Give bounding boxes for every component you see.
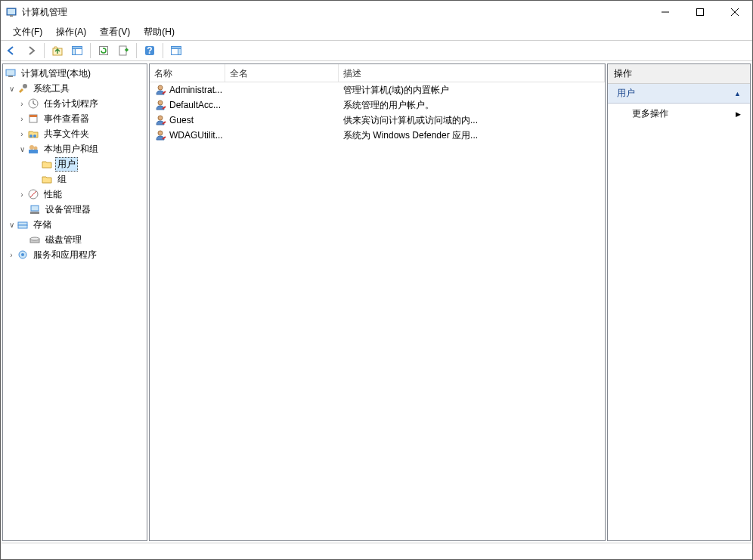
toolbar: ?: [1, 40, 752, 61]
actions-header: 操作: [608, 64, 750, 84]
show-hide-tree-button[interactable]: [68, 42, 86, 60]
main-body: 计算机管理(本地) ∨ 系统工具 › 任务计划程序 › 事件查看器 › 共享文件…: [1, 61, 752, 543]
svg-point-38: [21, 253, 24, 256]
tree-pane: 计算机管理(本地) ∨ 系统工具 › 任务计划程序 › 事件查看器 › 共享文件…: [2, 63, 147, 541]
collapse-icon[interactable]: ∨: [6, 85, 17, 93]
expand-icon[interactable]: ›: [17, 100, 27, 108]
user-icon: [154, 84, 166, 96]
svg-point-24: [29, 135, 33, 138]
statusbar: [1, 543, 752, 559]
user-icon: [154, 114, 166, 126]
folder-icon: [41, 158, 53, 170]
svg-point-39: [158, 85, 163, 90]
expand-icon[interactable]: ›: [17, 130, 27, 138]
svg-point-40: [158, 101, 163, 105]
actions-context[interactable]: 用户 ▲: [608, 84, 750, 104]
titlebar: 计算机管理: [1, 1, 752, 23]
app-icon: [5, 6, 17, 18]
user-name: Guest: [169, 115, 194, 125]
clock-icon: [27, 97, 39, 110]
svg-rect-28: [29, 150, 38, 153]
user-name: WDAGUtilit...: [169, 130, 223, 141]
tree-performance[interactable]: › 性能: [3, 187, 147, 202]
svg-point-26: [29, 145, 34, 150]
svg-rect-11: [100, 47, 108, 55]
tree-disk-management[interactable]: 磁盘管理: [3, 232, 147, 247]
performance-icon: [27, 188, 39, 200]
svg-rect-18: [6, 70, 15, 76]
expand-icon[interactable]: ›: [6, 251, 17, 259]
col-name[interactable]: 名称: [150, 64, 225, 82]
svg-point-20: [23, 84, 27, 88]
tree-services-apps[interactable]: › 服务和应用程序: [3, 247, 147, 262]
svg-text:?: ?: [147, 45, 152, 56]
actions-more[interactable]: 更多操作 ▶: [608, 104, 750, 124]
list-pane: 名称 全名 描述 Administrat...管理计算机(域)的内置帐户Defa…: [149, 63, 606, 541]
svg-rect-17: [178, 49, 181, 55]
menubar: 文件(F) 操作(A) 查看(V) 帮助(H): [1, 23, 752, 40]
user-icon: [154, 129, 166, 141]
tree-root[interactable]: 计算机管理(本地): [3, 66, 147, 81]
svg-rect-10: [73, 49, 76, 55]
minimize-button[interactable]: [648, 1, 683, 23]
forward-button[interactable]: [22, 42, 40, 60]
svg-rect-4: [697, 9, 704, 16]
storage-icon: [17, 218, 29, 230]
user-description: 管理计算机(域)的内置帐户: [339, 84, 605, 97]
svg-rect-33: [18, 222, 27, 225]
users-groups-icon: [27, 143, 39, 155]
list-row[interactable]: Guest供来宾访问计算机或访问域的内...: [150, 113, 605, 128]
menu-file[interactable]: 文件(F): [7, 24, 48, 40]
help-button[interactable]: ?: [141, 42, 159, 60]
back-button[interactable]: [2, 42, 20, 60]
tree-system-tools[interactable]: ∨ 系统工具: [3, 81, 147, 96]
svg-rect-2: [10, 15, 13, 17]
col-fullname[interactable]: 全名: [225, 64, 339, 82]
user-description: 系统管理的用户帐户。: [339, 99, 605, 112]
device-icon: [29, 203, 41, 215]
refresh-button[interactable]: [95, 42, 113, 60]
tree-groups[interactable]: 组: [3, 172, 147, 187]
svg-point-36: [30, 237, 39, 240]
list-header: 名称 全名 描述: [150, 64, 605, 82]
svg-point-25: [33, 135, 36, 138]
close-button[interactable]: [717, 1, 752, 23]
user-name: Administrat...: [169, 85, 222, 95]
collapse-icon[interactable]: ∨: [17, 145, 27, 153]
tree-task-scheduler[interactable]: › 任务计划程序: [3, 96, 147, 111]
list-row[interactable]: DefaultAcc...系统管理的用户帐户。: [150, 97, 605, 113]
actions-context-label: 用户: [617, 87, 635, 100]
tree-users[interactable]: 用户: [3, 156, 147, 172]
list-row[interactable]: Administrat...管理计算机(域)的内置帐户: [150, 82, 605, 97]
menu-action[interactable]: 操作(A): [50, 24, 92, 40]
expand-icon[interactable]: ›: [17, 115, 27, 123]
tools-icon: [17, 82, 29, 94]
window-title: 计算机管理: [22, 6, 648, 19]
svg-point-42: [158, 131, 163, 135]
disk-icon: [29, 234, 41, 246]
show-hide-action-pane-button[interactable]: [167, 42, 185, 60]
chevron-right-icon: ▶: [736, 110, 741, 118]
services-icon: [17, 249, 29, 261]
tree-local-users-groups[interactable]: ∨ 本地用户和组: [3, 141, 147, 156]
tree-shared-folders[interactable]: › 共享文件夹: [3, 126, 147, 141]
list-body[interactable]: Administrat...管理计算机(域)的内置帐户DefaultAcc...…: [150, 82, 605, 540]
svg-rect-1: [8, 9, 15, 14]
collapse-icon[interactable]: ∨: [6, 221, 17, 229]
svg-rect-34: [18, 225, 27, 228]
user-description: 系统为 Windows Defender 应用...: [339, 129, 605, 142]
list-row[interactable]: WDAGUtilit...系统为 Windows Defender 应用...: [150, 128, 605, 143]
actions-pane: 操作 用户 ▲ 更多操作 ▶: [607, 63, 751, 541]
col-description[interactable]: 描述: [339, 64, 605, 82]
expand-icon[interactable]: ›: [17, 190, 27, 199]
tree-event-viewer[interactable]: › 事件查看器: [3, 111, 147, 126]
maximize-button[interactable]: [683, 1, 717, 23]
menu-help[interactable]: 帮助(H): [138, 24, 181, 40]
tree-device-manager[interactable]: 设备管理器: [3, 202, 147, 217]
up-button[interactable]: [48, 42, 67, 60]
tree-storage[interactable]: ∨ 存储: [3, 217, 147, 232]
svg-rect-23: [29, 115, 37, 117]
menu-view[interactable]: 查看(V): [94, 24, 136, 40]
export-button[interactable]: [114, 42, 132, 60]
event-icon: [27, 113, 39, 125]
